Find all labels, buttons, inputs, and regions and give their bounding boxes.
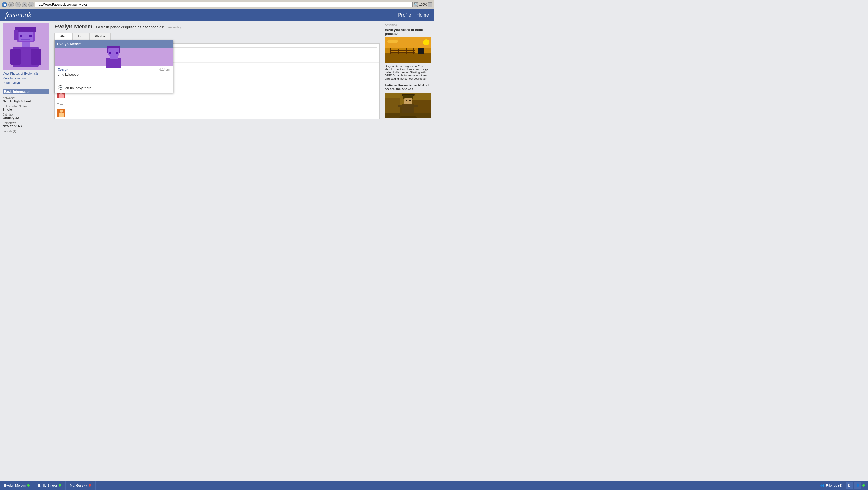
back-button[interactable]: ◀ <box>2 2 7 7</box>
stop-button[interactable]: ✕ <box>22 2 27 7</box>
svg-point-47 <box>399 116 417 118</box>
svg-rect-31 <box>390 52 415 53</box>
nav-links: Profile Home <box>398 12 429 18</box>
zoom-out-button[interactable]: 🔍 <box>413 2 418 7</box>
svg-rect-55 <box>109 52 111 54</box>
chat-avatar-area <box>55 48 173 66</box>
svg-rect-27 <box>398 49 399 54</box>
svg-rect-6 <box>10 49 21 65</box>
chat-reply-icon: 💬 <box>58 85 63 91</box>
poke-link[interactable]: Poke Evelyn <box>3 81 49 85</box>
chat-reply-text: oh uh, heyy there <box>65 86 91 90</box>
networks-value: Natick High School <box>3 99 49 103</box>
basic-info-header: Basic Information <box>3 89 49 94</box>
chat-popup: Evelyn Merem – Evelyn 6:14pm omg kyleeee… <box>54 40 173 93</box>
post-avatar-icon-4 <box>57 109 65 117</box>
hometown-label: Hometown <box>3 121 49 124</box>
svg-rect-49 <box>409 100 411 101</box>
svg-point-35 <box>423 39 429 45</box>
address-bar[interactable] <box>35 2 412 7</box>
svg-rect-28 <box>406 48 407 54</box>
wall-post-4 <box>55 106 379 119</box>
ad1-image-svg <box>385 37 431 63</box>
tuesday-label: Tuesd... <box>57 101 70 106</box>
svg-rect-48 <box>406 100 407 101</box>
svg-rect-7 <box>31 49 41 65</box>
svg-rect-54 <box>110 56 118 59</box>
left-sidebar: View Photos of Evelyn (3) View Informati… <box>0 21 52 245</box>
tab-wall[interactable]: Wall <box>54 33 72 40</box>
ad2-image <box>385 93 431 118</box>
chat-message: omg kyleeeee!! <box>58 72 170 76</box>
profile-avatar-svg <box>8 26 44 67</box>
rel-status-value: Single <box>3 108 49 112</box>
profile-time: Yesterday. <box>167 26 182 29</box>
chat-time: 6:14pm <box>159 68 170 71</box>
zoom-level: 100% <box>419 3 427 6</box>
svg-rect-45 <box>398 105 403 107</box>
profile-nav-link[interactable]: Profile <box>398 12 411 18</box>
profile-status: is a trash panda disguised as a teenage … <box>95 25 165 29</box>
top-nav: facenook Profile Home <box>0 9 434 21</box>
zoom-in-button[interactable]: + <box>428 2 432 7</box>
birthday-value: January 12 <box>3 116 49 120</box>
svg-rect-53 <box>106 58 121 68</box>
svg-rect-2 <box>16 27 36 32</box>
birthday-label: Birthday <box>3 113 49 116</box>
profile-picture <box>3 23 49 70</box>
svg-rect-43 <box>404 98 412 105</box>
chat-minimize-button[interactable]: – <box>168 42 170 46</box>
home-button[interactable]: ⌂ <box>28 2 34 7</box>
chat-title: Evelyn Merem <box>57 42 82 46</box>
svg-rect-44 <box>402 104 414 113</box>
forward-button[interactable]: ▶ <box>8 2 14 7</box>
home-nav-link[interactable]: Home <box>416 12 429 18</box>
post-avatar-4 <box>57 109 65 117</box>
svg-rect-11 <box>21 39 30 40</box>
view-information-link[interactable]: View Information <box>3 76 49 80</box>
svg-rect-30 <box>390 50 415 51</box>
hometown-value: New York, NY <box>3 124 49 128</box>
svg-rect-56 <box>116 52 118 54</box>
svg-rect-9 <box>20 35 22 37</box>
chat-sender: Evelyn <box>58 68 68 71</box>
chat-reply-area: 💬 oh uh, heyy there <box>55 83 173 93</box>
tabs: Wall Info Photos <box>54 33 380 40</box>
advertise-label: Advertise <box>385 23 431 26</box>
ad2-title: Indiana Bones is back! And so are the sn… <box>385 83 431 91</box>
profile-header: Evelyn Merem is a trash panda disguised … <box>54 23 380 30</box>
rel-status-label: Relationship Status <box>3 105 49 108</box>
ad-sidebar: Advertise Have you heard of indie games? <box>382 21 434 245</box>
tab-photos[interactable]: Photos <box>89 33 111 40</box>
svg-rect-8 <box>22 42 30 47</box>
tuesday-section: Tuesd... <box>55 100 379 106</box>
friends-label-sidebar: Friends (4) <box>3 129 49 132</box>
chat-avatar-svg <box>103 45 124 68</box>
svg-rect-46 <box>413 105 418 107</box>
refresh-button[interactable]: ↻ <box>15 2 21 7</box>
svg-rect-36 <box>388 40 398 43</box>
svg-rect-10 <box>29 35 32 37</box>
view-photos-link[interactable]: View Photos of Evelyn (3) <box>3 72 49 75</box>
chat-sender-time: Evelyn 6:14pm <box>58 68 170 71</box>
svg-rect-23 <box>59 113 64 117</box>
svg-rect-3 <box>14 30 18 40</box>
svg-rect-20 <box>59 94 64 98</box>
logo: facenook <box>5 11 398 19</box>
ad1-image <box>385 37 431 63</box>
networks-label: Networks: <box>3 96 49 99</box>
svg-rect-22 <box>60 110 63 113</box>
svg-rect-25 <box>385 53 431 63</box>
tab-info[interactable]: Info <box>72 33 89 40</box>
ad1-title: Have you heard of indie games? <box>385 28 431 36</box>
svg-rect-52 <box>108 48 119 56</box>
profile-name: Evelyn Merem <box>54 23 92 30</box>
chat-divider <box>55 81 173 81</box>
browser-chrome: ◀ ▶ ↻ ✕ ⌂ 🔍 100% + <box>0 0 434 9</box>
ad2-image-svg <box>385 93 431 118</box>
zoom-controls: 🔍 100% + <box>413 2 432 7</box>
ad1-text: Do you like video games? You should chec… <box>385 65 431 80</box>
